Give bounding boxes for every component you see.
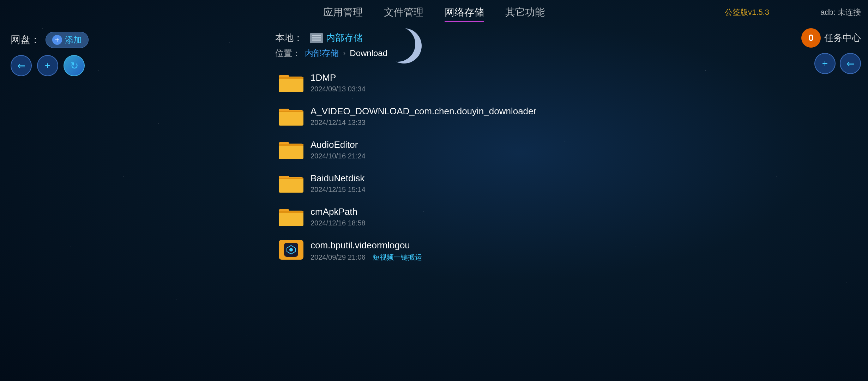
file-item-0[interactable]: 1DMP2024/09/13 03:34	[275, 66, 794, 99]
action-buttons: ⇐ + ↻	[11, 55, 131, 76]
back-button[interactable]: ⇐	[11, 55, 32, 76]
storage-name: 内部存储	[326, 32, 363, 44]
folder-icon	[279, 206, 303, 226]
file-meta: 2024/12/16 18:58	[311, 219, 366, 227]
right-add-button[interactable]: +	[814, 53, 836, 74]
svg-rect-10	[279, 145, 303, 159]
file-info-1: A_VIDEO_DOWNLOAD_com.chen.douyin_downloa…	[311, 106, 536, 127]
file-info-5: com.bputil.videormlogou2024/09/29 21:06短…	[311, 240, 422, 262]
adb-status: adb: 未连接	[820, 7, 861, 18]
breadcrumb-current: Download	[350, 48, 387, 58]
file-date: 2024/10/16 21:24	[311, 152, 366, 160]
folder-icon	[279, 106, 303, 126]
file-meta: 2024/12/15 15:14	[311, 186, 366, 194]
left-panel: 网盘： + 添加 ⇐ + ↻	[0, 25, 141, 83]
version-info: 公签版v1.5.3	[725, 7, 769, 18]
svg-rect-11	[279, 144, 303, 146]
nav-tab-app-mgmt[interactable]: 应用管理	[323, 6, 363, 22]
location-header: 本地： 内部存储	[275, 32, 794, 44]
file-item-5[interactable]: com.bputil.videormlogou2024/09/29 21:06短…	[275, 234, 794, 268]
netdisk-header: 网盘： + 添加	[11, 32, 131, 48]
breadcrumb-root[interactable]: 内部存储	[305, 48, 339, 59]
file-meta: 2024/12/14 13:33	[311, 119, 536, 127]
add-button[interactable]: +	[37, 55, 58, 76]
local-label: 本地：	[275, 32, 303, 44]
file-name: AudioEditor	[311, 139, 366, 150]
folder-icon	[279, 72, 303, 92]
netdisk-label: 网盘：	[11, 33, 40, 47]
right-action-buttons: + ⇐	[814, 53, 861, 74]
svg-rect-2	[279, 78, 303, 92]
svg-rect-14	[279, 179, 303, 193]
file-item-4[interactable]: cmApkPath2024/12/16 18:58	[275, 200, 794, 234]
svg-rect-6	[279, 111, 303, 126]
breadcrumb: 位置： 内部存储 › Download	[275, 48, 794, 59]
nav-tab-network-storage[interactable]: 网络存储	[445, 6, 484, 22]
folder-icon	[279, 139, 303, 159]
breadcrumb-separator: ›	[343, 49, 345, 58]
nav-tab-other-functions[interactable]: 其它功能	[505, 6, 545, 22]
task-center[interactable]: 0 任务中心	[801, 28, 861, 48]
file-name: BaiduNetdisk	[311, 173, 366, 184]
right-back-button[interactable]: ⇐	[840, 53, 861, 74]
svg-rect-7	[279, 111, 303, 112]
file-date: 2024/09/29 21:06	[311, 253, 366, 261]
file-name: 1DMP	[311, 72, 366, 83]
task-badge: 0	[801, 28, 821, 48]
top-navigation: 应用管理文件管理网络存储其它功能 公签版v1.5.3 adb: 未连接	[0, 0, 868, 25]
svg-rect-15	[279, 178, 303, 179]
task-center-label: 任务中心	[824, 32, 861, 44]
file-meta: 2024/09/13 03:34	[311, 85, 366, 93]
svg-rect-19	[279, 211, 303, 213]
file-item-1[interactable]: A_VIDEO_DOWNLOAD_com.chen.douyin_downloa…	[275, 99, 794, 133]
svg-rect-18	[279, 212, 303, 226]
file-info-4: cmApkPath2024/12/16 18:58	[311, 206, 366, 227]
file-info-2: AudioEditor2024/10/16 21:24	[311, 139, 366, 160]
breadcrumb-prefix: 位置：	[275, 48, 301, 59]
file-info-3: BaiduNetdisk2024/12/15 15:14	[311, 173, 366, 194]
file-name: A_VIDEO_DOWNLOAD_com.chen.douyin_downloa…	[311, 106, 536, 117]
folder-icon	[279, 173, 303, 193]
add-netdisk-button[interactable]: + 添加	[46, 32, 89, 48]
file-name: cmApkPath	[311, 206, 366, 217]
file-item-2[interactable]: AudioEditor2024/10/16 21:24	[275, 133, 794, 167]
main-panel: 本地： 内部存储 位置： 内部存储 › Download 1DMP2024/09…	[265, 25, 804, 276]
svg-rect-3	[279, 77, 303, 79]
storage-icon-wrap: 内部存储	[310, 32, 363, 44]
refresh-button[interactable]: ↻	[64, 55, 85, 76]
file-item-3[interactable]: BaiduNetdisk2024/12/15 15:14	[275, 167, 794, 200]
file-meta: 2024/10/16 21:24	[311, 152, 366, 160]
plus-icon: +	[52, 35, 62, 45]
file-name: com.bputil.videormlogou	[311, 240, 422, 251]
add-label: 添加	[65, 34, 82, 46]
svg-point-21	[289, 248, 293, 252]
app-folder-icon	[279, 240, 303, 260]
file-date: 2024/12/14 13:33	[311, 119, 366, 127]
file-date: 2024/12/15 15:14	[311, 186, 366, 194]
nav-tab-file-mgmt[interactable]: 文件管理	[384, 6, 423, 22]
nav-tabs: 应用管理文件管理网络存储其它功能	[323, 0, 545, 25]
file-date: 2024/12/16 18:58	[311, 219, 366, 227]
file-meta: 2024/09/29 21:06短视频一键搬运	[311, 253, 422, 262]
file-info-0: 1DMP2024/09/13 03:34	[311, 72, 366, 93]
file-tag: 短视频一键搬运	[373, 253, 422, 262]
file-date: 2024/09/13 03:34	[311, 85, 366, 93]
storage-icon	[310, 33, 323, 43]
file-list: 1DMP2024/09/13 03:34 A_VIDEO_DOWNLOAD_co…	[275, 66, 794, 268]
